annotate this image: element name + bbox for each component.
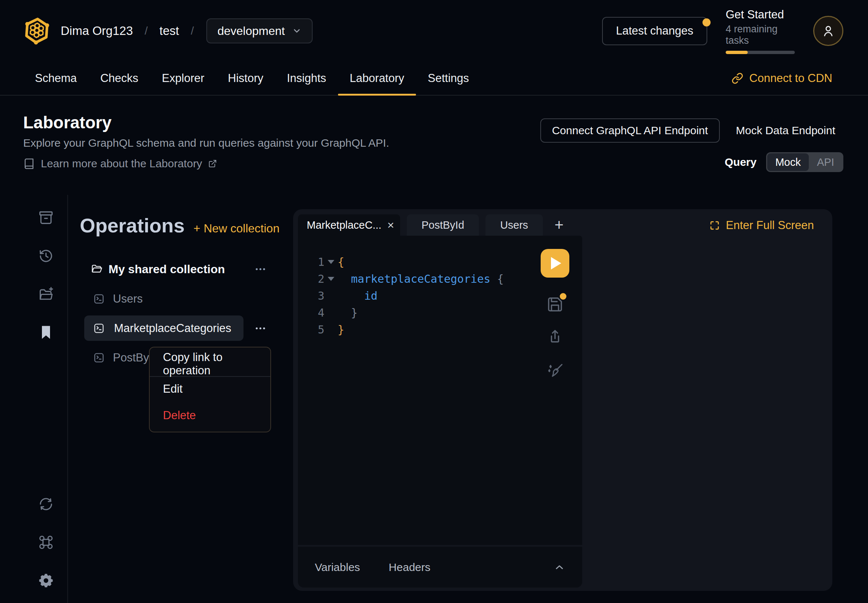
menu-item-copy-link[interactable]: Copy link to operation (150, 353, 270, 376)
tab-checks[interactable]: Checks (89, 62, 150, 95)
editor-tab-marketplacecategories[interactable]: MarketplaceC... × (298, 214, 400, 236)
line-number: 3 (298, 289, 324, 302)
context-menu: Copy link to operation Edit Delete (149, 347, 271, 432)
command-icon[interactable] (38, 534, 54, 550)
page-title: Laboratory (23, 113, 111, 132)
code-token: marketplaceCategories (351, 272, 497, 285)
tab-laboratory[interactable]: Laboratory (338, 62, 416, 95)
unsaved-dot (560, 293, 566, 300)
query-mode-mock[interactable]: Mock (767, 153, 809, 171)
editor-tab-postbyid[interactable]: PostById (407, 214, 479, 236)
menu-item-edit[interactable]: Edit (150, 377, 270, 400)
breadcrumb-project[interactable]: test (159, 24, 179, 38)
code-token: id (364, 289, 378, 302)
progress-fill (726, 51, 748, 54)
query-label: Query (724, 156, 757, 169)
fold-toggle[interactable] (324, 260, 337, 264)
save-button[interactable] (546, 296, 563, 313)
get-started-subtitle: 4 remaining tasks (726, 23, 795, 46)
add-tab-button[interactable]: + (549, 214, 569, 236)
hive-logo-icon[interactable] (23, 16, 50, 46)
result-area: Enter Full Screen (582, 209, 832, 591)
prettify-button[interactable] (546, 362, 564, 380)
code-line: 1 { (298, 254, 582, 270)
folder-plus-icon[interactable] (38, 286, 54, 302)
run-query-button[interactable] (541, 249, 569, 278)
operation-icon (93, 322, 105, 334)
book-icon (23, 158, 35, 170)
tab-schema[interactable]: Schema (23, 62, 89, 95)
breadcrumb-separator: / (145, 25, 147, 37)
operation-icon (93, 293, 105, 305)
get-started-progressbar (726, 51, 795, 54)
editor-tab-users[interactable]: Users (486, 214, 543, 236)
app-header: Dima Org123 / test / development Latest … (0, 0, 868, 62)
code-token: } (351, 306, 357, 319)
breadcrumb-org[interactable]: Dima Org123 (61, 24, 133, 38)
user-icon (820, 23, 836, 39)
collection-name: My shared collection (108, 263, 225, 276)
line-number: 2 (298, 272, 324, 285)
tool-sidebar (0, 195, 68, 603)
operations-panel: Operations + New collection My shared co… (68, 195, 293, 603)
external-link-icon (208, 159, 217, 168)
connect-to-cdn-link[interactable]: Connect to CDN (732, 62, 832, 95)
query-editor[interactable]: 1 { 2 marketplaceCategories { 3 id 4 (298, 236, 582, 545)
learn-more-link[interactable]: Learn more about the Laboratory (23, 158, 217, 170)
settings-gear-icon[interactable] (38, 572, 54, 589)
collapse-chevron-icon[interactable] (554, 561, 565, 573)
play-icon (551, 257, 561, 269)
mock-data-endpoint-button[interactable]: Mock Data Endpoint (736, 124, 835, 137)
fold-toggle[interactable] (324, 277, 337, 281)
latest-changes-button[interactable]: Latest changes (602, 17, 707, 45)
collection-more-icon[interactable] (255, 267, 266, 271)
tab-explorer[interactable]: Explorer (150, 62, 216, 95)
operation-label: Users (113, 292, 143, 306)
operation-selected-wrap: MarketplaceCategories (80, 315, 293, 341)
link-icon (732, 73, 743, 84)
sidebar-bottom-icons (38, 496, 67, 589)
refresh-icon[interactable] (38, 496, 54, 512)
endpoint-actions: Connect GraphQL API Endpoint Mock Data E… (540, 118, 835, 143)
headers-tab[interactable]: Headers (389, 561, 430, 574)
sidebar-top-icons (38, 210, 67, 340)
new-collection-button[interactable]: + New collection (193, 222, 280, 235)
page-description: Explore your GraphQL schema and run quer… (23, 137, 389, 149)
variables-tab[interactable]: Variables (315, 561, 360, 574)
enter-fullscreen-button[interactable]: Enter Full Screen (709, 219, 814, 232)
operation-item-marketplacecategories[interactable]: MarketplaceCategories (84, 315, 243, 341)
operations-title: Operations (80, 214, 185, 237)
tab-settings[interactable]: Settings (416, 62, 481, 95)
line-number: 1 (298, 255, 324, 268)
fullscreen-icon (709, 220, 720, 231)
target-dropdown-value: development (217, 24, 285, 38)
collection-row[interactable]: My shared collection (80, 262, 293, 276)
editor-toolbar (541, 249, 569, 380)
user-avatar[interactable] (813, 16, 843, 46)
query-mode-api[interactable]: API (809, 153, 842, 171)
latest-changes-label: Latest changes (616, 24, 693, 37)
operation-item-users[interactable]: Users (80, 293, 293, 305)
menu-item-delete[interactable]: Delete (150, 404, 270, 427)
operation-more-icon[interactable] (255, 326, 266, 330)
connect-to-cdn-label: Connect to CDN (749, 72, 832, 85)
operation-label: MarketplaceCategories (114, 322, 231, 335)
tab-insights[interactable]: Insights (275, 62, 338, 95)
bookmark-icon[interactable] (38, 324, 54, 340)
editor-tab-row: MarketplaceC... × PostById Users + (298, 214, 582, 236)
archive-icon[interactable] (38, 210, 54, 226)
code-line: 3 id (298, 287, 582, 304)
connect-graphql-endpoint-button[interactable]: Connect GraphQL API Endpoint (540, 118, 720, 143)
tab-history[interactable]: History (216, 62, 275, 95)
close-icon[interactable]: × (387, 219, 394, 231)
editor-footer: Variables Headers (298, 547, 582, 588)
get-started-widget[interactable]: Get Started 4 remaining tasks (726, 8, 795, 54)
share-button[interactable] (546, 328, 563, 345)
target-dropdown[interactable]: development (206, 19, 313, 43)
query-mode-row: Query Mock API (724, 152, 843, 172)
code-line: 5 } (298, 321, 582, 338)
history-icon[interactable] (38, 248, 54, 264)
operation-icon (93, 352, 105, 363)
editor-tab-label: MarketplaceC... (307, 219, 381, 231)
chevron-down-icon (292, 26, 302, 36)
